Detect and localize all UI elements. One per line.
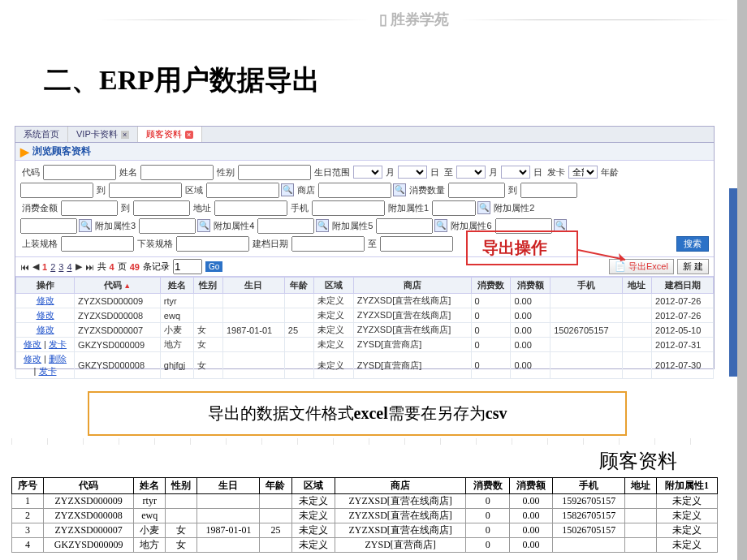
- logo-icon: ▯: [379, 11, 387, 28]
- edit-link[interactable]: 修改: [24, 339, 41, 349]
- excel-col-header: 区域: [291, 478, 335, 494]
- ca1[interactable]: [61, 200, 118, 216]
- del-link[interactable]: 删除: [49, 354, 67, 364]
- excel-cell: 15826705157: [553, 509, 625, 523]
- col-header[interactable]: 性别: [193, 278, 222, 294]
- page-4[interactable]: 4: [67, 262, 71, 272]
- cell-cnt: 0: [471, 338, 511, 352]
- excel-col-header: 地址: [625, 478, 657, 494]
- cell-age: [284, 294, 313, 308]
- col-header[interactable]: 手机: [551, 278, 623, 294]
- page-2[interactable]: 2: [50, 262, 55, 272]
- close-icon[interactable]: ×: [121, 131, 129, 139]
- tab-vip[interactable]: VIP卡资料×: [68, 127, 138, 142]
- spec-bot[interactable]: [176, 236, 249, 252]
- excel-cell: 女: [166, 538, 197, 553]
- next-page-icon[interactable]: ▶: [76, 261, 82, 272]
- sex-input[interactable]: [238, 165, 311, 180]
- excel-cell: [625, 538, 657, 553]
- cell-birth: [222, 338, 284, 352]
- cc2[interactable]: [520, 183, 577, 198]
- search-icon[interactable]: 🔍: [477, 201, 490, 214]
- edit-link[interactable]: 修改: [37, 310, 54, 320]
- cell-date: 2012-07-30: [652, 352, 714, 379]
- cell-store: ZYSD[直营商店]: [353, 338, 471, 352]
- card-link[interactable]: 发卡: [39, 366, 57, 376]
- col-header[interactable]: 商店: [353, 278, 471, 294]
- region-input[interactable]: [206, 183, 279, 198]
- col-header[interactable]: 年龄: [284, 278, 313, 294]
- last-page-icon[interactable]: ⏭: [85, 262, 94, 272]
- col-header[interactable]: 消费额: [511, 278, 551, 294]
- search-icon[interactable]: 🔍: [79, 219, 92, 232]
- a2[interactable]: [20, 218, 77, 234]
- col-header[interactable]: 代码 ▲: [75, 278, 161, 294]
- table-row: 修改ZYZXSD000009rtyr未定义ZYZXSD[直营在线商店]00.00…: [16, 294, 714, 308]
- col-header[interactable]: 生日: [222, 278, 284, 294]
- cell-cnt: 0: [471, 308, 511, 323]
- excel-col-header: 代码: [44, 478, 134, 494]
- bd1[interactable]: [291, 236, 365, 252]
- search-icon[interactable]: 🔍: [316, 219, 329, 232]
- excel-cell: ZYSD[直营商店]: [335, 538, 466, 553]
- excel-cell: [625, 523, 657, 538]
- col-header[interactable]: 操作: [16, 278, 75, 294]
- col-header[interactable]: 姓名: [160, 278, 193, 294]
- close-icon[interactable]: ×: [185, 131, 193, 139]
- a1[interactable]: [432, 200, 476, 216]
- search-icon[interactable]: 🔍: [197, 219, 210, 232]
- page-3[interactable]: 3: [58, 262, 63, 272]
- page-1[interactable]: 1: [42, 262, 47, 272]
- f2b[interactable]: [109, 183, 182, 198]
- a5[interactable]: [376, 218, 433, 234]
- birth-day2[interactable]: [501, 166, 530, 179]
- edit-link[interactable]: 修改: [24, 354, 41, 364]
- edit-link[interactable]: 修改: [37, 295, 54, 305]
- page-input[interactable]: [173, 259, 202, 274]
- go-button[interactable]: Go: [205, 261, 222, 272]
- new-button[interactable]: 新 建: [677, 259, 709, 274]
- spec-top[interactable]: [61, 236, 134, 252]
- excel-col-header: 生日: [197, 478, 260, 494]
- first-page-icon[interactable]: ⏮: [20, 262, 29, 272]
- birth-day1[interactable]: [398, 166, 427, 179]
- name-input[interactable]: [140, 165, 214, 180]
- excel-col-header: 手机: [553, 478, 625, 494]
- cc1[interactable]: [448, 183, 505, 198]
- a3[interactable]: [139, 218, 196, 234]
- excel-col-header: 姓名: [134, 478, 166, 494]
- search-button[interactable]: 搜索: [676, 236, 709, 252]
- addr-input[interactable]: [214, 200, 287, 216]
- birth-month2[interactable]: [456, 166, 486, 179]
- search-icon[interactable]: 🔍: [554, 219, 567, 232]
- code-input[interactable]: [43, 165, 116, 180]
- excel-cell: 15926705157: [553, 494, 625, 509]
- f2a[interactable]: [20, 183, 93, 198]
- ca2[interactable]: [133, 200, 190, 216]
- bd2[interactable]: [380, 236, 453, 252]
- prev-page-icon[interactable]: ◀: [32, 261, 39, 272]
- search-icon[interactable]: 🔍: [393, 183, 406, 196]
- col-header[interactable]: 地址: [622, 278, 651, 294]
- note-text: 导出的数据文件格式excel需要在另存为csv: [208, 404, 507, 422]
- a4[interactable]: [257, 218, 314, 234]
- card-link[interactable]: 发卡: [49, 339, 67, 349]
- col-header[interactable]: 区域: [313, 278, 353, 294]
- search-icon[interactable]: 🔍: [281, 183, 294, 196]
- cell-region: 未定义: [313, 323, 353, 338]
- tab-home[interactable]: 系统首页: [15, 127, 68, 142]
- issue-select[interactable]: 全部: [568, 166, 598, 179]
- tab-customer[interactable]: 顾客资料×: [138, 127, 202, 142]
- phone-input[interactable]: [312, 200, 385, 216]
- cell-addr: [622, 352, 651, 379]
- birth-month1[interactable]: [353, 166, 382, 179]
- cell-birth: [222, 352, 284, 379]
- col-header[interactable]: 建档日期: [652, 278, 714, 294]
- edit-link[interactable]: 修改: [37, 325, 54, 334]
- col-header[interactable]: 消费数: [471, 278, 511, 294]
- cell-birth: [222, 308, 284, 323]
- search-icon[interactable]: 🔍: [434, 219, 447, 232]
- cell-name: 小麦: [160, 323, 193, 338]
- a6[interactable]: [495, 218, 552, 234]
- store-input[interactable]: [318, 183, 391, 198]
